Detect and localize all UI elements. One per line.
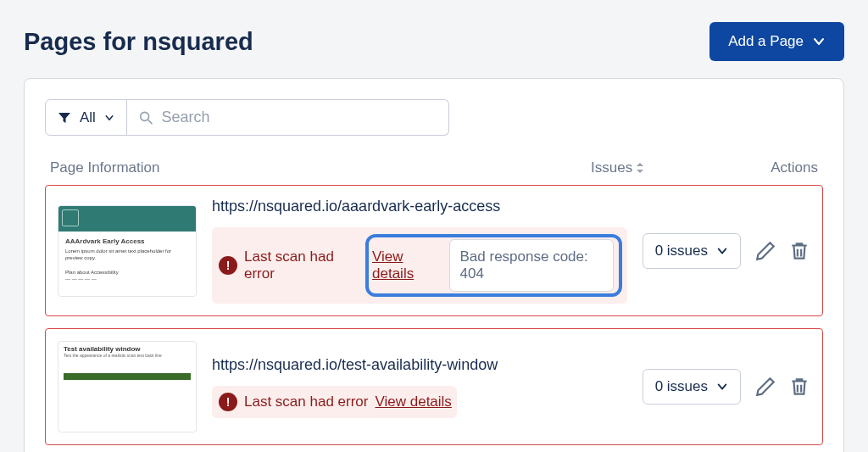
svg-line-1 xyxy=(148,120,152,123)
highlighted-tooltip-group: View details Bad response code: 404 xyxy=(365,234,622,297)
error-icon: ! xyxy=(219,256,237,275)
issues-count: 0 issues xyxy=(655,378,708,395)
chevron-down-icon xyxy=(716,245,728,257)
add-page-button[interactable]: Add a Page xyxy=(709,22,844,61)
filter-dropdown[interactable]: All xyxy=(45,99,127,136)
page-thumbnail[interactable]: Test availability window Test the appear… xyxy=(58,341,197,432)
add-page-label: Add a Page xyxy=(728,33,804,50)
chevron-down-icon xyxy=(104,113,114,123)
page-url[interactable]: https://nsquared.io/aaardvark-early-acce… xyxy=(212,198,627,215)
error-tooltip: Bad response code: 404 xyxy=(449,239,614,292)
error-icon: ! xyxy=(219,393,237,411)
col-issues-label: Issues xyxy=(591,159,632,176)
table-row: Test availability window Test the appear… xyxy=(45,328,823,445)
table-row: AAArdvark Early AccessLorem ipsum dolor … xyxy=(45,185,823,316)
view-details-link[interactable]: View details xyxy=(375,393,451,410)
trash-icon[interactable] xyxy=(788,240,810,262)
search-icon xyxy=(139,110,153,126)
error-badge: ! Last scan had error View details xyxy=(212,386,457,418)
issues-button[interactable]: 0 issues xyxy=(643,233,741,269)
row-right: 0 issues xyxy=(643,369,810,405)
col-actions: Actions xyxy=(701,159,818,176)
view-details-link[interactable]: View details xyxy=(372,248,442,282)
error-text: Last scan had error xyxy=(244,393,368,410)
search-input[interactable] xyxy=(162,109,437,126)
svg-point-0 xyxy=(141,112,149,120)
content-panel: All Page Information Issues Actions AAAr… xyxy=(24,78,844,452)
error-badge: ! Last scan had error View details Bad r… xyxy=(212,227,627,304)
action-icons xyxy=(754,240,810,262)
page-url[interactable]: https://nsquared.io/test-availability-wi… xyxy=(212,356,627,374)
edit-icon[interactable] xyxy=(754,240,776,262)
action-icons xyxy=(754,376,810,398)
trash-icon[interactable] xyxy=(788,376,810,398)
page-thumbnail[interactable]: AAArdvark Early AccessLorem ipsum dolor … xyxy=(58,205,197,297)
row-main: https://nsquared.io/aaardvark-early-acce… xyxy=(212,198,627,304)
search-wrap xyxy=(127,99,449,136)
filter-label: All xyxy=(80,109,96,126)
table-header: Page Information Issues Actions xyxy=(45,159,823,185)
edit-icon[interactable] xyxy=(754,376,776,398)
error-text: Last scan had error xyxy=(244,248,359,282)
page-title: Pages for nsquared xyxy=(24,28,253,56)
filter-icon xyxy=(58,111,71,125)
row-right: 0 issues xyxy=(643,233,810,269)
chevron-down-icon xyxy=(716,381,728,393)
col-page-info: Page Information xyxy=(50,159,591,176)
filter-row: All xyxy=(45,99,823,136)
sort-icon xyxy=(636,162,644,174)
col-issues[interactable]: Issues xyxy=(591,159,701,176)
row-main: https://nsquared.io/test-availability-wi… xyxy=(212,356,627,418)
issues-count: 0 issues xyxy=(655,243,708,259)
issues-button[interactable]: 0 issues xyxy=(643,369,741,405)
chevron-down-icon xyxy=(812,35,826,48)
